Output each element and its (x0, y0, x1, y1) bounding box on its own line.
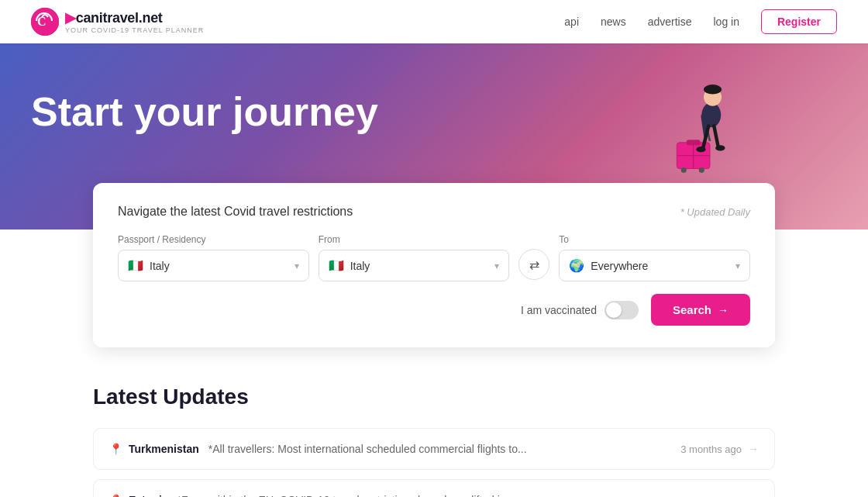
to-chevron-icon: ▾ (735, 261, 740, 271)
passport-select[interactable]: 🇮🇹 Italy ▾ (118, 250, 309, 281)
swap-button[interactable]: ⇄ (518, 249, 549, 280)
logo: C ▶canitravel.net YOUR COVID-19 TRAVEL P… (31, 8, 204, 36)
nav-api[interactable]: api (564, 16, 579, 28)
passport-label: Passport / Residency (118, 234, 309, 245)
from-label: From (319, 234, 510, 245)
search-label: Search (673, 303, 711, 316)
svg-point-15 (696, 147, 705, 152)
search-arrow-icon: → (718, 304, 728, 316)
update-time-1: 3 months ago (680, 495, 742, 498)
update-item-0[interactable]: 📍 Turkmenistan *All travellers: Most int… (93, 428, 775, 470)
update-country-1: Estonia (129, 494, 168, 497)
update-left-1: 📍 Estonia *From within the EU: COVID-19 … (109, 494, 680, 497)
updates-title: Latest Updates (93, 385, 775, 409)
to-field-group: To 🌍 Everywhere ▾ (559, 234, 750, 281)
to-label: To (559, 234, 750, 245)
swap-icon: ⇄ (529, 257, 539, 272)
svg-point-11 (704, 85, 722, 94)
from-value: Italy (350, 260, 370, 272)
from-select[interactable]: 🇮🇹 Italy ▾ (319, 250, 510, 281)
update-right-1: 3 months ago → (680, 494, 759, 497)
logo-text: ▶canitravel.net YOUR COVID-19 TRAVEL PLA… (65, 9, 204, 34)
from-field-group: From 🇮🇹 Italy ▾ (319, 234, 510, 281)
update-left-0: 📍 Turkmenistan *All travellers: Most int… (109, 443, 680, 455)
card-header: Navigate the latest Covid travel restric… (118, 205, 750, 219)
updated-daily-badge: * Updated Daily (680, 206, 750, 218)
passport-flag: 🇮🇹 (128, 258, 143, 273)
passport-field-group: Passport / Residency 🇮🇹 Italy ▾ (118, 234, 309, 281)
update-text-1: *From within the EU: COVID-19 travel res… (177, 494, 509, 497)
from-chevron-icon: ▾ (494, 261, 499, 271)
passport-chevron-icon: ▾ (294, 261, 299, 271)
to-select-left: 🌍 Everywhere (569, 258, 648, 273)
to-select[interactable]: 🌍 Everywhere ▾ (559, 250, 750, 281)
hero-title: Start your journey (31, 90, 496, 134)
svg-point-7 (699, 167, 704, 173)
vaccinated-row: I am vaccinated (521, 301, 639, 319)
navbar: C ▶canitravel.net YOUR COVID-19 TRAVEL P… (0, 0, 868, 43)
to-globe: 🌍 (569, 258, 584, 273)
traveler-svg (651, 67, 744, 191)
update-country-0: Turkmenistan (129, 443, 199, 455)
toggle-knob (606, 302, 622, 318)
nav-links: api news advertise log in Register (564, 9, 837, 34)
pin-icon-0: 📍 (109, 443, 122, 455)
passport-select-left: 🇮🇹 Italy (128, 258, 170, 273)
passport-value: Italy (150, 260, 170, 272)
pin-icon-1: 📍 (109, 494, 122, 497)
vaccinated-toggle[interactable] (604, 301, 639, 319)
nav-login[interactable]: log in (714, 16, 739, 28)
to-value: Everywhere (591, 260, 648, 272)
update-right-0: 3 months ago → (680, 443, 759, 455)
update-time-0: 3 months ago (680, 444, 742, 455)
card-description: Navigate the latest Covid travel restric… (118, 205, 353, 219)
update-arrow-icon-0: → (748, 443, 759, 455)
logo-svg: C (31, 8, 59, 36)
svg-text:C: C (37, 15, 46, 28)
updates-section: Latest Updates 📍 Turkmenistan *All trave… (62, 347, 806, 497)
search-button[interactable]: Search → (651, 294, 750, 326)
logo-main-text: ▶canitravel.net (65, 9, 204, 26)
update-arrow-icon-1: → (748, 494, 759, 497)
traveler-illustration (651, 67, 744, 194)
update-text-0: *All travellers: Most international sche… (208, 443, 527, 455)
nav-advertise[interactable]: advertise (648, 16, 692, 28)
from-select-left: 🇮🇹 Italy (329, 258, 370, 273)
search-card-wrapper: Navigate the latest Covid travel restric… (31, 183, 837, 347)
from-flag: 🇮🇹 (329, 258, 344, 273)
update-item-1[interactable]: 📍 Estonia *From within the EU: COVID-19 … (93, 479, 775, 497)
logo-sub-text: YOUR COVID-19 TRAVEL PLANNER (65, 26, 204, 34)
search-actions: I am vaccinated Search → (118, 294, 750, 326)
svg-point-6 (681, 167, 687, 173)
register-button[interactable]: Register (761, 9, 837, 34)
svg-line-14 (714, 126, 718, 147)
search-fields: Passport / Residency 🇮🇹 Italy ▾ From 🇮🇹 … (118, 234, 750, 281)
svg-point-16 (715, 145, 725, 150)
search-card: Navigate the latest Covid travel restric… (93, 183, 775, 347)
logo-icon: C (31, 8, 59, 36)
nav-news[interactable]: news (601, 16, 626, 28)
vaccinated-label: I am vaccinated (521, 304, 597, 316)
